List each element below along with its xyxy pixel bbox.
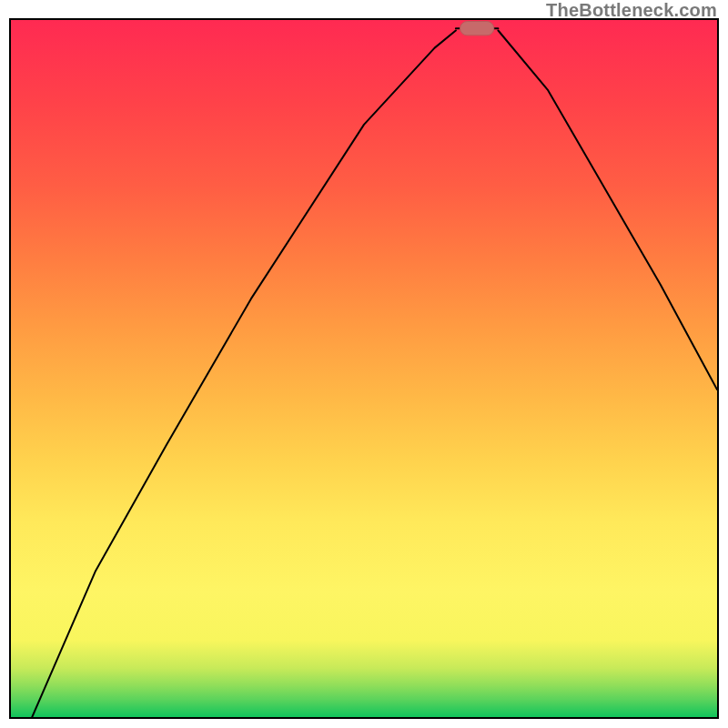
optimum-marker — [460, 22, 494, 35]
bottleneck-chart — [11, 20, 717, 717]
svg-rect-0 — [460, 22, 494, 35]
watermark-text: TheBottleneck.com — [546, 0, 717, 21]
